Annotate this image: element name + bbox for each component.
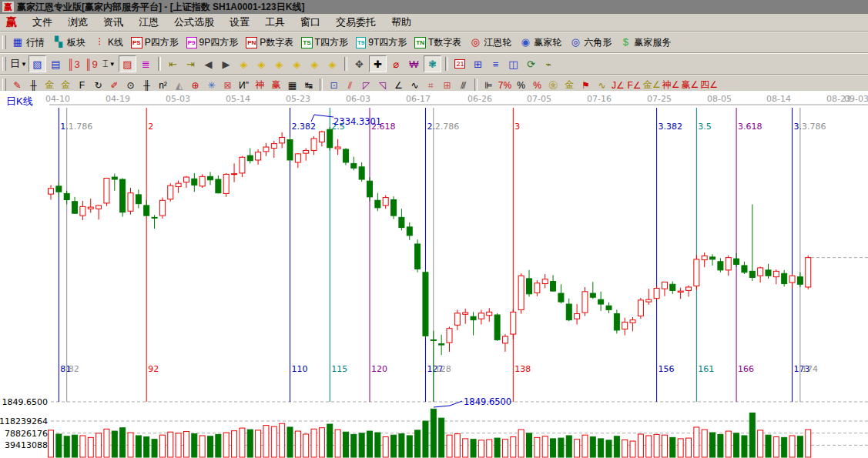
notes-icon[interactable]: ≡ [488,56,504,72]
gann-tool-purple-icon[interactable]: ₩ [406,56,422,72]
compress-x-diamond-icon-glyph: ◈ [293,59,300,70]
menu-6[interactable]: 工具 [257,14,293,31]
percent-7-icon-glyph: 7% [498,80,511,91]
period-day-button[interactable]: 日▼ [10,56,27,72]
remote-pc-icon-glyph: ⌁ [546,59,552,70]
net-refresh-icon[interactable]: ⟳ [523,56,539,72]
remote-pc-icon[interactable]: ⌁ [541,56,557,72]
svg-text:06-26: 06-26 [468,94,492,104]
scroll-left-diamond-icon[interactable]: ◈ [236,56,252,72]
spiral-cycle-icon-glyph: ↻ [94,80,102,91]
menu-3[interactable]: 江恩 [131,14,166,31]
percent-icon-glyph: % [517,80,525,91]
volume-profile-icon[interactable]: ≣ [138,56,154,72]
erase-line-icon[interactable]: ⌀ [388,56,404,72]
winner-service-button[interactable]: $赢家服务 [617,35,676,50]
bars-9-icon-glyph: ║9 [85,59,97,70]
candle-style-button[interactable]: ⌶▼ [101,56,117,72]
period-day-button-caret[interactable]: ▼ [21,61,27,68]
bars-9-icon[interactable]: ║9 [83,56,99,72]
menu-2[interactable]: 资讯 [96,14,131,31]
menu-0[interactable]: 文件 [25,14,60,31]
menu-1[interactable]: 浏览 [60,14,96,31]
svg-text:161: 161 [698,364,714,374]
f10-info-icon-glyph: ▤ [51,59,60,70]
svg-text:39413088: 39413088 [5,440,48,450]
svg-text:3.618: 3.618 [738,122,762,132]
plain-comb-icon-glyph: ╫ [143,80,150,91]
hexagon-button[interactable]: ◎六角形 [567,35,617,50]
bars-3-icon[interactable]: ║3 [65,56,82,72]
scroll-right-diamond-icon[interactable]: ◈ [253,56,270,72]
prev-bar-icon-glyph: ◀ [204,59,212,70]
candle-style-button-caret[interactable]: ▼ [109,61,116,68]
menu-5[interactable]: 设置 [222,14,257,31]
last-page-icon[interactable]: ⇥ [183,56,199,72]
svg-text:1849.6500: 1849.6500 [2,397,49,407]
quote-grid-icon: ▦ [12,36,24,48]
hexagon-button-label: 六角形 [584,36,612,49]
flag-brush-icon-glyph: ⚑ [581,80,590,91]
svg-text:166: 166 [738,364,754,374]
window-title: 赢家江恩专业版[赢家内部服务平台] - [上证指数 SH1A0001-123日K… [17,1,304,14]
next-bar-icon[interactable]: ▶ [218,56,234,72]
t-number-table-button[interactable]: TNT数字表 [412,35,467,50]
net-refresh-icon-glyph: ⟳ [527,59,535,70]
menu-4[interactable]: 公式选股 [166,14,222,31]
p-square-button-label: P四方形 [145,36,179,49]
winner-wheel-button[interactable]: ◉赢家轮 [517,35,567,50]
calendar-21-icon[interactable]: 21 [452,56,468,72]
red-map-icon[interactable]: ▨ [119,55,136,72]
svg-text:08-14: 08-14 [766,94,791,104]
svg-text:2.: 2. [427,122,435,132]
scroll-right-diamond-icon-glyph: ◈ [257,59,265,70]
candlestick-chart[interactable]: 04-1004-1905-0305-1405-2306-0306-1706-26… [0,91,868,458]
svg-text:1.786: 1.786 [69,122,93,132]
first-page-icon[interactable]: ⇤ [165,56,181,72]
ps-box-icon: PS [131,37,142,48]
brain-map-icon[interactable]: ❃ [424,55,441,72]
chart-area[interactable]: 日K线 04-1004-1905-0305-1405-2306-0306-170… [0,91,868,458]
winner-wheel-button-label: 赢家轮 [534,36,561,49]
circle-cross-icon-glyph: ⊕ [191,80,199,91]
clock-cycle-icon-glyph: ⊙ [126,80,134,91]
star-rays-icon-glyph: ✳ [207,80,215,91]
svg-text:115: 115 [331,364,347,374]
expand-x-diamond-icon[interactable]: ◈ [271,56,287,72]
pn-box-icon: PN [246,37,257,48]
kline-mode-label: 日K线 [6,95,33,109]
9p-square-button[interactable]: P99P四方形 [184,35,243,50]
menu-8[interactable]: 交易委托 [328,14,384,31]
gold-circle-icon-glyph: ㊎ [549,79,558,92]
expand-y-diamond-icon[interactable]: ◈ [324,56,340,72]
t-square-button[interactable]: TST四方形 [299,35,354,50]
width-measure-icon-glyph: ↹ [304,80,312,91]
win-comb-icon-glyph: 赢 [272,79,281,92]
chart-overlay-icon[interactable]: ▧ [28,55,46,72]
quotes-button[interactable]: ▦行情 [9,35,50,50]
calculator-icon[interactable]: ⊞ [470,56,486,72]
prev-bar-icon[interactable]: ◀ [200,56,216,72]
compress-y-diamond-icon[interactable]: ◈ [307,56,323,72]
t-square-button-label: T四方形 [315,36,348,49]
crosshair-icon[interactable]: ✚ [369,55,387,72]
9t-square-button[interactable]: T99T四方形 [354,35,412,50]
sectors-button[interactable]: ▚板块 [50,35,91,50]
save-icon[interactable]: ◫ [505,56,521,72]
menu-bar: 赢 文件浏览资讯江恩公式选股设置工具窗口交易委托帮助 [0,14,868,32]
p-number-table-button[interactable]: PNP数字表 [243,35,299,50]
menu-7[interactable]: 窗口 [293,14,328,31]
hand-drag-icon[interactable]: ✥ [351,56,367,72]
kline-button[interactable]: ⫶K线 [91,35,129,50]
winner-service-button-label: 赢家服务 [634,36,671,49]
f10-info-icon[interactable]: ▤ [48,56,64,72]
p-square-button[interactable]: PSP四方形 [129,35,184,50]
svg-text:08-05: 08-05 [707,94,732,104]
menu-9[interactable]: 帮助 [384,14,419,31]
percent-line-icon-glyph: % [533,80,541,91]
svg-text:174: 174 [802,364,818,374]
compress-x-diamond-icon[interactable]: ◈ [289,56,305,72]
period-day-button-glyph: 日 [10,57,20,71]
gann-wheel-button[interactable]: ◎江恩轮 [467,35,517,50]
svg-text:07-05: 07-05 [527,94,551,104]
